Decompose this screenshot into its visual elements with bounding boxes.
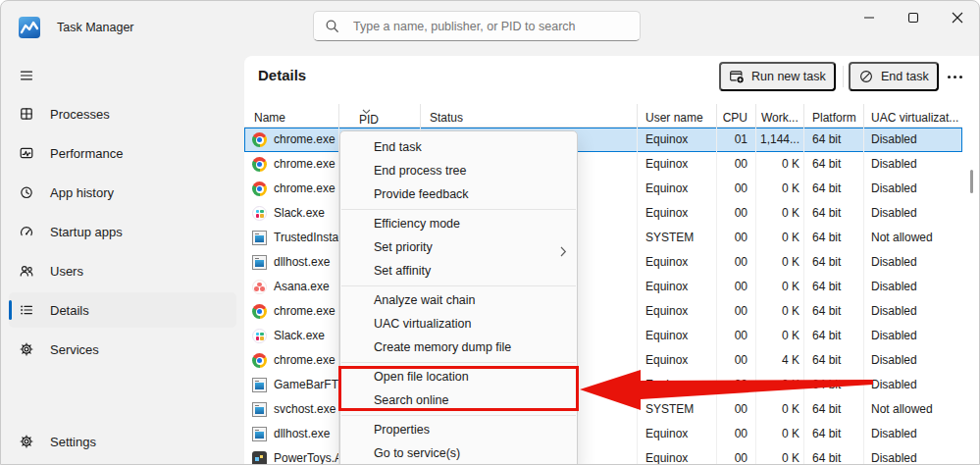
process-name-cell: PowerToys.A (244, 446, 339, 465)
user-name-cell: Equinox (638, 250, 717, 275)
working-set-cell: 0 K (756, 275, 804, 299)
maximize-icon (903, 8, 923, 27)
sidebar-item-details[interactable]: Details (9, 292, 236, 328)
more-options-button[interactable] (937, 64, 972, 89)
menu-item-label: Set priority (374, 240, 433, 254)
sidebar-item-services[interactable]: Services (9, 332, 236, 367)
search-icon (325, 19, 340, 38)
column-header-status[interactable]: Status (421, 104, 638, 128)
column-header-platform[interactable]: Platform (804, 104, 864, 128)
sidebar-footer: Settings (9, 424, 236, 463)
column-header-user[interactable]: User name (638, 104, 717, 128)
user-name-cell: Equinox (638, 446, 717, 465)
platform-cell: 64 bit (804, 373, 864, 397)
column-header-label: Work... (761, 111, 799, 125)
cpu-cell: 00 (717, 324, 756, 348)
sidebar-item-label: Users (50, 264, 83, 279)
menu-item-label: Open file location (374, 370, 469, 384)
run-new-task-button[interactable]: Run new task (719, 62, 836, 91)
menu-item-efficiency-mode[interactable]: Efficiency mode (340, 212, 577, 235)
working-set-cell: 0 K (756, 152, 804, 177)
process-name-cell: chrome.exe (244, 152, 339, 177)
platform-cell: 64 bit (804, 397, 864, 422)
user-name-cell: Equinox (638, 201, 717, 226)
menu-item-end-process-tree[interactable]: End process tree (340, 159, 577, 182)
menu-item-set-affinity[interactable]: Set affinity (340, 259, 577, 283)
sidebar-item-performance[interactable]: Performance (9, 135, 236, 171)
sidebar-item-processes[interactable]: Processes (9, 96, 236, 131)
cpu-cell: 00 (717, 201, 756, 226)
sidebar-item-app-history[interactable]: App history (9, 175, 236, 210)
platform-cell: 64 bit (804, 128, 864, 152)
uac-cell: Not allowed (864, 226, 962, 250)
menu-item-label: Search online (374, 393, 448, 407)
column-header-uac[interactable]: UAC virtualizat... (864, 104, 962, 128)
menu-separator (341, 209, 576, 210)
menu-item-analyze-wait-chain[interactable]: Analyze wait chain (340, 288, 577, 312)
working-set-cell: 0 K (756, 250, 804, 275)
menu-item-provide-feedback[interactable]: Provide feedback (340, 182, 577, 206)
toolbar-divider (843, 66, 844, 87)
table-header: NamePIDStatusUser nameCPUWork...Platform… (244, 104, 962, 128)
process-name: Slack.exe (274, 324, 325, 348)
platform-cell: 64 bit (804, 299, 864, 324)
sidebar-item-label: App history (50, 185, 114, 200)
menu-item-create-memory-dump-file[interactable]: Create memory dump file (340, 336, 577, 359)
column-header-pid[interactable]: PID (339, 104, 421, 128)
menu-item-search-online[interactable]: Search online (340, 388, 577, 412)
process-name-cell: svchost.exe (244, 397, 339, 422)
platform-cell: 64 bit (804, 446, 864, 465)
maximize-button[interactable] (899, 5, 928, 30)
sidebar-item-label: Performance (50, 146, 123, 161)
run-new-task-label: Run new task (751, 70, 826, 83)
details-icon (19, 302, 34, 318)
process-name: PowerToys.A (274, 446, 339, 465)
menu-item-label: Provide feedback (374, 187, 469, 201)
working-set-cell: 0 K (756, 373, 804, 397)
user-name-cell: Equinox (638, 324, 717, 348)
column-header-label: Name (254, 111, 285, 125)
menu-item-label: Analyze wait chain (374, 293, 476, 307)
uac-cell: Disabled (864, 422, 962, 446)
cpu-cell: 00 (717, 152, 756, 177)
app-history-icon (19, 184, 34, 200)
uac-cell: Disabled (864, 324, 962, 348)
column-header-name[interactable]: Name (244, 104, 339, 128)
end-task-icon (858, 69, 874, 84)
end-task-button[interactable]: End task (849, 62, 939, 91)
startup-apps-icon (19, 224, 34, 239)
uac-cell: Disabled (864, 201, 962, 226)
menu-item-label: End process tree (374, 164, 467, 178)
navigation-menu-button[interactable] (13, 62, 40, 89)
column-header-cpu[interactable]: CPU (717, 104, 756, 128)
menu-item-go-to-service-s[interactable]: Go to service(s) (340, 441, 577, 465)
menu-item-uac-virtualization[interactable]: UAC virtualization (340, 312, 577, 336)
menu-item-open-file-location[interactable]: Open file location (340, 365, 577, 388)
process-name-cell: chrome.exe (244, 128, 339, 152)
process-name-cell: dllhost.exe (244, 422, 339, 446)
search-input[interactable] (353, 13, 633, 39)
sidebar-item-settings[interactable]: Settings (9, 424, 236, 459)
sidebar-item-startup-apps[interactable]: Startup apps (9, 214, 236, 249)
menu-item-end-task[interactable]: End task (340, 135, 577, 159)
column-header-work[interactable]: Work... (756, 104, 804, 128)
sidebar-item-label: Startup apps (50, 225, 123, 239)
working-set-cell: 0 K (756, 397, 804, 422)
sidebar-item-label: Processes (50, 107, 110, 122)
column-header-label: User name (645, 111, 703, 125)
process-name-cell: chrome.exe (244, 348, 339, 373)
minimize-button[interactable] (854, 5, 884, 30)
menu-item-set-priority[interactable]: Set priority (340, 235, 577, 259)
uac-cell: Disabled (864, 177, 962, 201)
sidebar-item-users[interactable]: Users (9, 253, 236, 288)
process-name-cell: Asana.exe (244, 275, 339, 299)
menu-item-label: Create memory dump file (374, 340, 511, 354)
process-name: chrome.exe (274, 152, 335, 177)
processes-icon (19, 106, 34, 122)
process-name: dllhost.exe (274, 250, 330, 275)
menu-item-properties[interactable]: Properties (340, 418, 577, 441)
cpu-cell: 00 (717, 226, 756, 250)
uac-cell: Disabled (864, 275, 962, 299)
vertical-scrollbar-thumb[interactable] (970, 170, 973, 193)
close-button[interactable] (943, 5, 972, 30)
